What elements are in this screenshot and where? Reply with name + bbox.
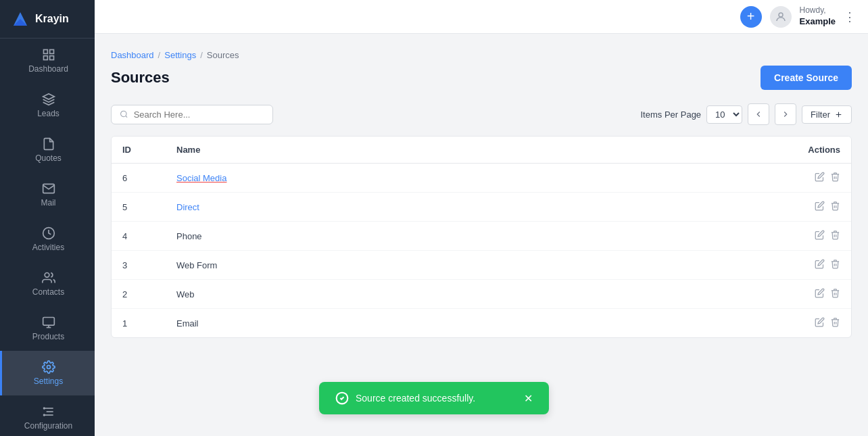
toast-close-button[interactable]: ✕: [524, 392, 533, 405]
sidebar-item-leads[interactable]: Leads: [0, 83, 95, 128]
sidebar-item-activities[interactable]: Activities: [0, 217, 95, 262]
table-row: 3Web Form: [112, 251, 851, 280]
cell-actions: [558, 222, 851, 251]
sidebar-item-label: Mail: [41, 198, 55, 208]
breadcrumb-dashboard[interactable]: Dashboard: [111, 50, 154, 60]
breadcrumb-sep-1: /: [158, 50, 161, 60]
svg-point-18: [121, 111, 126, 116]
cell-name: Web Form: [166, 251, 558, 280]
delete-icon[interactable]: [830, 259, 840, 271]
cell-name: Social Media: [166, 164, 558, 193]
svg-point-17: [779, 13, 783, 17]
toolbar-right: Items Per Page 10 25 50 Filter: [641, 103, 852, 125]
cell-actions: [558, 280, 851, 309]
sidebar-item-label: Leads: [37, 109, 59, 118]
source-name-link[interactable]: Direct: [176, 202, 199, 212]
svg-point-16: [43, 414, 45, 416]
settings-icon: [42, 360, 55, 374]
cell-actions: [558, 251, 851, 280]
cell-id: 4: [112, 222, 166, 251]
main-area: + Howdy, Example ⋮ Dashboard / Settings …: [95, 0, 868, 436]
breadcrumb-settings[interactable]: Settings: [164, 50, 196, 60]
edit-icon[interactable]: [815, 201, 825, 213]
cell-name: Web: [166, 280, 558, 309]
sidebar-item-configuration[interactable]: Configuration: [0, 395, 95, 436]
sidebar-item-label: Settings: [34, 377, 63, 386]
toast-message: Source created successfully.: [356, 393, 475, 404]
search-input[interactable]: [134, 110, 264, 120]
filter-button[interactable]: Filter: [802, 105, 852, 124]
sidebar-item-label: Configuration: [24, 421, 72, 431]
breadcrumb-sep-2: /: [200, 50, 203, 60]
app-logo: Krayin: [0, 0, 95, 39]
edit-icon[interactable]: [815, 172, 825, 184]
sidebar-item-contacts[interactable]: Contacts: [0, 262, 95, 306]
svg-rect-5: [49, 56, 53, 60]
global-add-button[interactable]: +: [740, 6, 762, 28]
sidebar-item-label: Products: [32, 332, 64, 341]
sidebar-item-mail[interactable]: Mail: [0, 172, 95, 217]
table-row: 6Social Media: [112, 164, 851, 193]
sidebar-item-products[interactable]: Products: [0, 306, 95, 351]
next-page-button[interactable]: [775, 103, 796, 125]
avatar-icon: [775, 11, 787, 23]
cell-id: 2: [112, 280, 166, 309]
svg-point-11: [47, 366, 50, 369]
cell-actions: [558, 193, 851, 222]
cell-id: 1: [112, 309, 166, 338]
plus-icon: [834, 110, 843, 119]
svg-rect-2: [43, 50, 47, 54]
cell-actions: [558, 309, 851, 338]
svg-rect-8: [43, 318, 54, 326]
items-per-page-select[interactable]: 10 25 50: [706, 105, 742, 124]
edit-icon[interactable]: [815, 259, 825, 271]
search-icon: [120, 110, 128, 119]
prev-page-button[interactable]: [748, 103, 769, 125]
logo-icon: [11, 9, 30, 28]
sidebar-item-settings[interactable]: Settings: [0, 351, 95, 395]
products-icon: [42, 316, 55, 329]
create-source-button[interactable]: Create Source: [761, 66, 852, 90]
sidebar-item-label: Quotes: [35, 153, 62, 163]
toast-notification: Source created successfully. ✕: [319, 382, 549, 414]
svg-line-19: [126, 116, 127, 117]
breadcrumb-current: Sources: [207, 50, 239, 60]
edit-icon[interactable]: [815, 288, 825, 300]
header-more-icon[interactable]: ⋮: [844, 9, 857, 24]
leads-icon: [42, 93, 55, 106]
delete-icon[interactable]: [830, 201, 840, 213]
quotes-icon: [42, 137, 55, 151]
search-box: [111, 105, 273, 124]
cell-id: 3: [112, 251, 166, 280]
sources-table: ID Name Actions 6Social Media 5Direct: [111, 136, 852, 338]
edit-icon[interactable]: [815, 317, 825, 329]
username-text: Example: [800, 16, 836, 28]
svg-rect-4: [43, 56, 47, 60]
edit-icon[interactable]: [815, 230, 825, 242]
breadcrumb: Dashboard / Settings / Sources: [111, 50, 852, 60]
cell-actions: [558, 164, 851, 193]
cell-name: Phone: [166, 222, 558, 251]
sidebar-item-label: Contacts: [32, 287, 64, 297]
app-header: + Howdy, Example ⋮: [95, 0, 868, 34]
sidebar-item-label: Activities: [32, 243, 64, 252]
sidebar-item-quotes[interactable]: Quotes: [0, 128, 95, 172]
table-row: 5Direct: [112, 193, 851, 222]
cell-id: 5: [112, 193, 166, 222]
toast-left: Source created successfully.: [335, 391, 475, 405]
col-id: ID: [112, 137, 166, 164]
page-title: Sources: [111, 69, 170, 87]
chevron-right-icon: [781, 110, 790, 119]
delete-icon[interactable]: [830, 317, 840, 329]
source-name-link[interactable]: Social Media: [176, 173, 226, 183]
activities-icon: [42, 226, 55, 240]
cell-name: Email: [166, 309, 558, 338]
delete-icon[interactable]: [830, 172, 840, 184]
user-info: Howdy, Example: [800, 5, 836, 27]
table-row: 1Email: [112, 309, 851, 338]
delete-icon[interactable]: [830, 288, 840, 300]
chevron-left-icon: [754, 110, 763, 119]
delete-icon[interactable]: [830, 230, 840, 242]
sidebar-item-dashboard[interactable]: Dashboard: [0, 39, 95, 83]
svg-point-7: [45, 273, 49, 278]
